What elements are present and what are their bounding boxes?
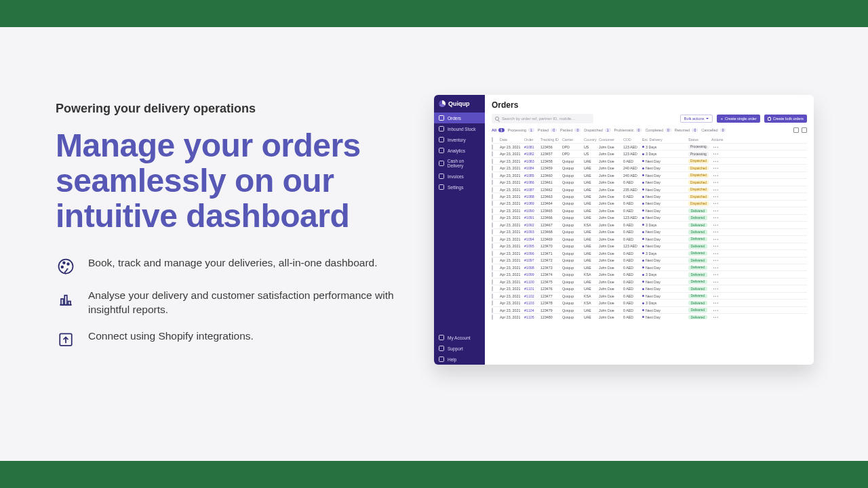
sidebar-item-invoices[interactable]: Invoices	[434, 171, 485, 182]
checkbox[interactable]	[492, 201, 493, 206]
checkbox[interactable]	[492, 173, 493, 178]
sidebar-item-support[interactable]: Support	[434, 343, 485, 354]
bulk-actions-button[interactable]: Bulk actions	[680, 115, 713, 123]
checkbox[interactable]	[492, 165, 493, 171]
checkbox[interactable]	[492, 251, 493, 256]
table-row[interactable]: Apr 23, 2021#1099123474QuiqupKSAJohn Doe…	[492, 270, 807, 277]
row-actions[interactable]: •••	[711, 195, 721, 199]
sidebar-item-settings[interactable]: Settings	[434, 182, 485, 192]
table-row[interactable]: Apr 23, 2021#1100123475QuiqupUAEJohn Doe…	[492, 278, 807, 285]
checkbox[interactable]	[492, 286, 493, 291]
cell-order[interactable]: #1100	[524, 280, 539, 284]
table-row[interactable]: Apr 23, 2021#1102123477QuiqupKSAJohn Doe…	[492, 292, 807, 299]
cell-order[interactable]: #1102	[524, 294, 539, 298]
checkbox[interactable]	[492, 265, 493, 270]
table-row[interactable]: Apr 23, 2021#1105123480QuiqupUAEJohn Doe…	[492, 313, 807, 320]
row-actions[interactable]: •••	[711, 315, 721, 319]
table-row[interactable]: Apr 23, 2021#1104123479QuiqupUAEJohn Doe…	[492, 306, 807, 313]
row-actions[interactable]: •••	[711, 223, 721, 227]
sidebar-item-analytics[interactable]: Analytics	[434, 145, 485, 156]
row-actions[interactable]: •••	[711, 294, 721, 298]
search-input[interactable]: Search by order ref, partner ID, mobile…	[492, 114, 593, 123]
checkbox[interactable]	[492, 187, 493, 192]
table-row[interactable]: Apr 23, 2021#1084123459QuiqupUAEJohn Doe…	[492, 164, 807, 171]
row-actions[interactable]: •••	[711, 287, 721, 291]
cell-order[interactable]: #1081	[524, 145, 539, 149]
row-actions[interactable]: •••	[711, 251, 721, 256]
row-actions[interactable]: •••	[711, 209, 721, 213]
tab-cancelled[interactable]: Cancelled0	[701, 128, 726, 132]
tab-dispatched[interactable]: Dispatched1	[584, 128, 610, 132]
row-actions[interactable]: •••	[711, 174, 721, 178]
cell-order[interactable]: #1097	[524, 258, 539, 262]
cell-order[interactable]: #1096	[524, 251, 539, 256]
cell-order[interactable]: #1105	[524, 315, 539, 319]
checkbox[interactable]	[492, 237, 493, 242]
cell-order[interactable]: #1092	[524, 223, 539, 227]
table-row[interactable]: Apr 23, 2021#1090123465QuiqupUAEJohn Doe…	[492, 207, 807, 214]
create-bulk-orders-button[interactable]: Create bulk orders	[764, 115, 807, 123]
checkbox[interactable]	[492, 243, 493, 249]
row-actions[interactable]: •••	[711, 308, 721, 312]
table-row[interactable]: Apr 23, 2021#1082123457DPDUSJohn Doe123 …	[492, 150, 807, 157]
table-row[interactable]: Apr 23, 2021#1095123470QuiqupUAEJohn Doe…	[492, 243, 807, 249]
checkbox[interactable]	[492, 137, 493, 142]
table-row[interactable]: Apr 23, 2021#1098123473QuiqupUAEJohn Doe…	[492, 264, 807, 270]
sidebar-item-orders[interactable]: Orders	[434, 113, 485, 123]
tab-returned[interactable]: Returned0	[675, 128, 698, 132]
checkbox[interactable]	[492, 215, 493, 220]
row-actions[interactable]: •••	[711, 152, 721, 156]
row-actions[interactable]: •••	[711, 201, 721, 205]
cell-order[interactable]: #1104	[524, 308, 539, 312]
sidebar-item-inbound-stock[interactable]: Inbound Stock	[434, 123, 485, 134]
table-row[interactable]: Apr 23, 2021#1093123468QuiqupUAEJohn Doe…	[492, 228, 807, 235]
table-row[interactable]: Apr 23, 2021#1088123463QuiqupUAEJohn Doe…	[492, 192, 807, 199]
sidebar-item-help[interactable]: Help	[434, 354, 485, 365]
checkbox[interactable]	[492, 293, 493, 299]
row-actions[interactable]: •••	[711, 272, 721, 277]
checkbox[interactable]	[492, 300, 493, 306]
row-actions[interactable]: •••	[711, 230, 721, 234]
tab-processing[interactable]: Processing1	[508, 128, 534, 132]
sidebar-item-my-account[interactable]: My Account	[434, 332, 485, 343]
table-row[interactable]: Apr 23, 2021#1103123478QuiqupKSAJohn Doe…	[492, 299, 807, 306]
row-actions[interactable]: •••	[711, 266, 721, 270]
table-row[interactable]: Apr 23, 2021#1081123456DPDUSJohn Doe123 …	[492, 143, 807, 150]
checkbox[interactable]	[492, 180, 493, 185]
checkbox[interactable]	[492, 222, 493, 228]
checkbox[interactable]	[492, 258, 493, 263]
row-actions[interactable]: •••	[711, 258, 721, 262]
tab-problematic[interactable]: Problematic0	[614, 128, 642, 132]
tab-packed[interactable]: Packed0	[560, 128, 580, 132]
tab-completed[interactable]: Completed0	[645, 128, 671, 132]
columns-icon[interactable]	[793, 127, 799, 133]
cell-order[interactable]: #1082	[524, 152, 539, 156]
row-actions[interactable]: •••	[711, 244, 721, 248]
checkbox[interactable]	[492, 208, 493, 214]
cell-order[interactable]: #1095	[524, 244, 539, 248]
row-actions[interactable]: •••	[711, 237, 721, 241]
table-row[interactable]: Apr 23, 2021#1094123469QuiqupUAEJohn Doe…	[492, 235, 807, 242]
table-row[interactable]: Apr 23, 2021#1083123458QuiqupUAEJohn Doe…	[492, 157, 807, 164]
cell-order[interactable]: #1088	[524, 195, 539, 199]
table-row[interactable]: Apr 23, 2021#1087123462QuiqupUAEJohn Doe…	[492, 186, 807, 192]
tab-all[interactable]: All1	[492, 128, 505, 132]
cell-order[interactable]: #1090	[524, 209, 539, 213]
checkbox[interactable]	[492, 144, 493, 150]
checkbox[interactable]	[492, 159, 493, 164]
cell-order[interactable]: #1099	[524, 272, 539, 277]
row-actions[interactable]: •••	[711, 159, 721, 163]
row-actions[interactable]: •••	[711, 280, 721, 284]
row-actions[interactable]: •••	[711, 188, 721, 192]
table-row[interactable]: Apr 23, 2021#1091123466QuiqupUAEJohn Doe…	[492, 214, 807, 221]
table-row[interactable]: Apr 23, 2021#1085123460QuiqupUAEJohn Doe…	[492, 171, 807, 178]
cell-order[interactable]: #1093	[524, 230, 539, 234]
row-actions[interactable]: •••	[711, 166, 721, 170]
table-row[interactable]: Apr 23, 2021#1096123471QuiqupUAEJohn Doe…	[492, 249, 807, 256]
row-actions[interactable]: •••	[711, 301, 721, 305]
cell-order[interactable]: #1085	[524, 174, 539, 178]
cell-order[interactable]: #1101	[524, 287, 539, 291]
cell-order[interactable]: #1087	[524, 188, 539, 192]
cell-order[interactable]: #1103	[524, 301, 539, 305]
cell-order[interactable]: #1098	[524, 266, 539, 270]
